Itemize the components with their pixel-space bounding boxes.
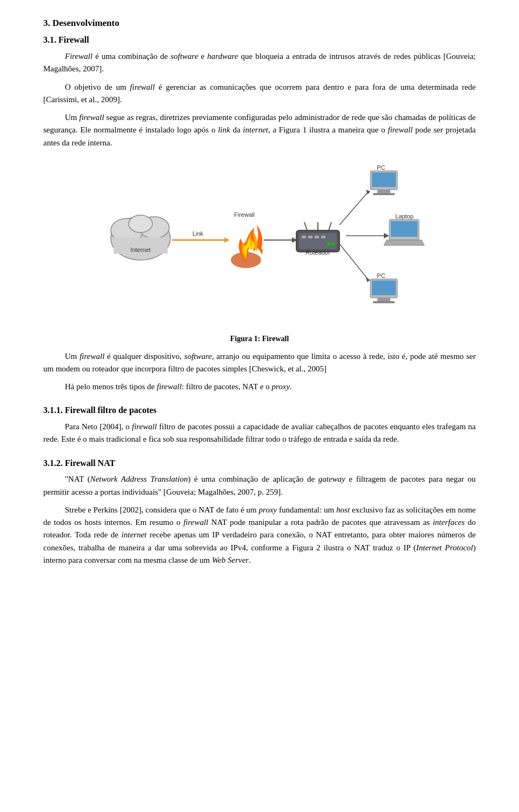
svg-rect-14 — [299, 233, 337, 249]
host-italic: host — [336, 505, 350, 514]
svg-text:Internet: Internet — [130, 247, 150, 253]
gateway-italic: gateway — [318, 475, 345, 483]
svg-rect-42 — [373, 301, 395, 303]
svg-rect-16 — [308, 236, 312, 238]
firewall-italic-1: Firewall — [65, 52, 92, 61]
section3-1-2-title: 3.1.2. Firewall NAT — [43, 457, 476, 470]
svg-marker-28 — [384, 233, 389, 238]
paragraph-nat-1: "NAT (Network Address Translation) é uma… — [43, 473, 476, 498]
firewall-italic-8: firewall — [183, 518, 208, 527]
pc-bottom-icon — [370, 279, 397, 303]
firewall-italic-5: firewall — [79, 352, 104, 361]
internet-italic: internet — [243, 125, 268, 134]
firewall-italic-3: firewall — [79, 113, 104, 122]
internet-protocol-italic: Internet Protocol — [416, 543, 473, 552]
proxy-italic-2: proxy — [259, 505, 277, 514]
svg-point-3 — [129, 215, 152, 232]
firewall-italic-4: firewall — [388, 125, 412, 134]
section3-1-title: 3.1. Firewall — [43, 34, 476, 47]
svg-text:Roteador: Roteador — [305, 249, 330, 256]
laptop-icon — [384, 219, 424, 245]
section3-title: 3. Desenvolvimento — [43, 16, 476, 30]
svg-text:PC: PC — [377, 164, 385, 171]
diagram-svg: Internet Link Firewall — [92, 160, 427, 322]
svg-point-22 — [327, 242, 330, 245]
svg-rect-17 — [315, 236, 319, 238]
svg-line-21 — [329, 222, 331, 230]
web-server-italic: Web Server — [212, 556, 249, 564]
network-address-translation-italic: Network Address Translation — [90, 475, 188, 483]
svg-rect-40 — [372, 281, 396, 295]
svg-text:Firewall: Firewall — [234, 211, 255, 218]
firewall-icon — [231, 225, 263, 268]
paragraph-nat-2: Strebe e Perkins [2002], considera que o… — [43, 504, 476, 567]
software-italic-2: software — [184, 352, 212, 361]
paragraph-firewall-intro: Firewall é uma combinação de software e … — [43, 50, 476, 76]
svg-rect-33 — [377, 190, 390, 193]
paragraph-segue: Um firewall segue as regras, diretrizes … — [43, 111, 476, 149]
svg-line-29 — [340, 244, 368, 279]
firewall-italic-7: firewall — [132, 422, 157, 431]
svg-line-19 — [304, 222, 307, 230]
firewall-italic-6: firewall — [157, 382, 182, 391]
link-italic: link — [218, 125, 230, 134]
paragraph-tipos: Há pelo menos três tipos de firewall: fi… — [65, 381, 476, 393]
internet-cloud: Internet — [111, 215, 170, 260]
svg-text:PC: PC — [377, 272, 385, 279]
svg-rect-15 — [302, 236, 306, 238]
firewall-italic-2: firewall — [130, 83, 155, 91]
svg-rect-18 — [321, 236, 325, 238]
roteador-icon — [296, 222, 340, 252]
section3-1-1-title: 3.1.1. Firewall filtro de pacotes — [43, 404, 476, 417]
svg-rect-34 — [373, 193, 395, 195]
interfaces-italic: interfaces — [432, 518, 464, 527]
figure-1-caption: Figura 1: Firewall — [43, 333, 476, 345]
svg-line-25 — [340, 192, 368, 225]
figure-1-container: Internet Link Firewall — [43, 160, 476, 345]
hardware-italic-1: hardware — [207, 52, 238, 61]
svg-marker-7 — [224, 237, 230, 243]
network-diagram: Internet Link Firewall — [92, 160, 427, 333]
software-italic-1: software — [170, 52, 198, 61]
svg-rect-32 — [372, 172, 396, 187]
pc-top-icon — [370, 171, 397, 195]
svg-rect-41 — [377, 298, 390, 301]
paragraph-after-figure: Um firewall é qualquer dispositivo, soft… — [43, 350, 476, 376]
paragraph-filtro-pacotes: Para Neto [2004], o firewall filtro de p… — [43, 421, 476, 446]
svg-rect-37 — [391, 221, 417, 237]
svg-point-23 — [331, 242, 335, 245]
svg-text:Laptop: Laptop — [395, 213, 414, 219]
internet-italic-2: internet — [122, 530, 147, 539]
svg-text:Link: Link — [192, 230, 204, 237]
svg-marker-30 — [366, 277, 370, 282]
paragraph-objetivo: O objetivo de um firewall é gerenciar as… — [43, 81, 476, 107]
proxy-italic-1: proxy — [271, 382, 290, 391]
